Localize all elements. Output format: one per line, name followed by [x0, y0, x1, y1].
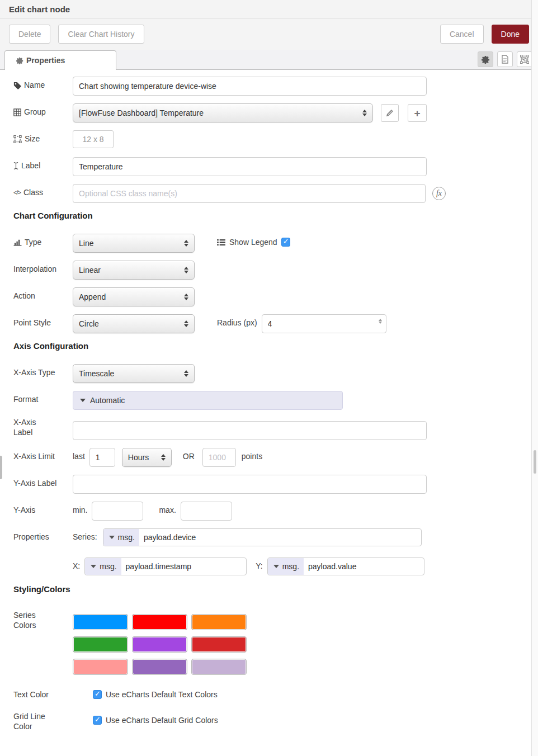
color-swatch-7[interactable]	[73, 659, 128, 675]
x-axis-limit-points-input[interactable]	[202, 448, 236, 467]
color-swatch-5[interactable]	[132, 636, 187, 653]
select-arrows-icon	[184, 240, 188, 247]
class-input[interactable]	[73, 184, 426, 203]
properties-tab-button[interactable]	[478, 51, 493, 67]
points-word: points	[242, 448, 262, 461]
table-icon	[13, 108, 21, 116]
y-axis-min-input[interactable]	[92, 502, 143, 521]
cancel-button[interactable]: Cancel	[440, 25, 484, 44]
xy-property-row: X: msg. payload.timestamp Y: msg. payloa…	[13, 557, 525, 577]
done-button[interactable]: Done	[492, 25, 529, 44]
color-swatch-9[interactable]	[191, 659, 247, 675]
vertical-scrollbar-track[interactable]	[531, 0, 538, 756]
styling-colors-heading: Styling/Colors	[13, 584, 525, 594]
color-swatch-4[interactable]	[73, 636, 128, 653]
action-select[interactable]: Append	[73, 287, 195, 306]
chart-configuration-heading: Chart Configuration	[13, 211, 525, 220]
tray-buttons	[478, 51, 532, 67]
clear-chart-history-button[interactable]: Clear Chart History	[58, 25, 144, 44]
spinner-icon[interactable]	[379, 319, 382, 324]
select-arrows-icon	[184, 320, 188, 327]
group-select[interactable]: [FlowFuse Dashboard] Temperature	[73, 103, 373, 122]
pencil-icon	[386, 109, 394, 117]
last-word: last	[73, 448, 85, 461]
x-axis-label-label: X-Axis Label	[13, 418, 73, 437]
y-axis-label-input[interactable]	[73, 475, 427, 494]
color-swatch-6[interactable]	[191, 636, 247, 653]
format-row: Format Automatic	[13, 391, 525, 410]
tab-properties[interactable]: Properties	[4, 50, 116, 70]
name-row: Name	[13, 77, 525, 96]
y-axis-label-label: Y-Axis Label	[13, 475, 73, 489]
x-axis-label-input[interactable]	[73, 421, 427, 440]
or-word: OR	[183, 448, 195, 461]
size-button[interactable]: 12 x 8	[73, 130, 114, 148]
x-typed-input[interactable]: msg. payload.timestamp	[84, 557, 247, 575]
select-arrows-icon	[362, 110, 367, 116]
radius-input[interactable]	[262, 314, 386, 333]
grid-color-row: Grid Line Color Use eCharts Default Grid…	[13, 711, 525, 731]
left-scrollbar-thumb[interactable]	[0, 456, 2, 479]
grid-color-label: Grid Line Color	[13, 711, 93, 731]
description-tab-button[interactable]	[497, 51, 513, 67]
text-color-checkbox-label: Use eCharts Default Text Colors	[106, 690, 218, 699]
x-axis-limit-count-input[interactable]	[89, 448, 115, 467]
series-typed-input[interactable]: msg. payload.device	[103, 528, 422, 546]
grid-color-checkbox[interactable]	[93, 716, 102, 725]
gear-icon	[16, 57, 23, 64]
size-label: Size	[13, 130, 73, 144]
format-select[interactable]: Automatic	[73, 391, 343, 410]
x-property-label: X:	[73, 557, 80, 570]
appearance-tab-button[interactable]	[517, 51, 532, 67]
grid-color-checkbox-label: Use eCharts Default Grid Colors	[106, 716, 218, 725]
interpolation-row: Interpolation Linear	[13, 261, 525, 280]
typed-input-type-chip[interactable]: msg.	[103, 529, 139, 546]
color-swatch-1[interactable]	[73, 614, 128, 630]
add-group-button[interactable]: +	[408, 104, 427, 122]
text-color-checkbox[interactable]	[93, 690, 102, 699]
name-label: Name	[13, 77, 73, 91]
dialog-header: Edit chart node	[0, 0, 538, 18]
label-input[interactable]	[73, 157, 427, 176]
format-label: Format	[13, 391, 73, 405]
series-colors-label: Series Colors	[13, 607, 73, 630]
caret-down-icon	[109, 536, 115, 539]
series-colors-grid	[73, 614, 247, 675]
group-label: Group	[13, 103, 73, 117]
interpolation-select[interactable]: Linear	[73, 261, 195, 280]
tag-icon	[13, 82, 21, 89]
show-legend-checkbox[interactable]	[281, 238, 290, 247]
fx-icon: fx	[432, 187, 446, 200]
delete-button[interactable]: Delete	[9, 25, 50, 44]
x-value: payload.timestamp	[121, 562, 196, 571]
y-value: payload.value	[304, 562, 361, 571]
list-icon	[217, 239, 225, 246]
typed-input-type-chip[interactable]: msg.	[268, 558, 304, 575]
x-axis-limit-unit-select[interactable]: Hours	[122, 448, 172, 467]
caret-down-icon	[80, 399, 86, 402]
max-label: max.	[159, 502, 176, 514]
select-arrows-icon	[161, 454, 166, 461]
x-axis-type-select[interactable]: Timescale	[73, 364, 195, 383]
dialog-title: Edit chart node	[9, 4, 70, 14]
type-select[interactable]: Line	[73, 234, 195, 253]
series-label: Series:	[73, 528, 97, 541]
x-axis-limit-row: X-Axis Limit last Hours OR points	[13, 448, 525, 467]
y-axis-max-input[interactable]	[181, 502, 232, 521]
tab-properties-label: Properties	[26, 56, 65, 65]
typed-input-type-chip[interactable]: msg.	[85, 558, 121, 575]
action-label: Action	[13, 287, 73, 301]
y-axis-row: Y-Axis min. max.	[13, 502, 525, 521]
color-swatch-3[interactable]	[191, 614, 247, 630]
edit-group-button[interactable]	[381, 104, 399, 122]
name-input[interactable]	[73, 77, 427, 96]
x-axis-type-row: X-Axis Type Timescale	[13, 364, 525, 383]
y-typed-input[interactable]: msg. payload.value	[267, 557, 424, 575]
group-row: Group [FlowFuse Dashboard] Temperature +	[13, 103, 525, 122]
i-cursor-icon	[13, 162, 18, 170]
color-swatch-2[interactable]	[132, 614, 187, 630]
caret-down-icon	[273, 565, 279, 568]
point-style-select[interactable]: Circle	[73, 314, 195, 333]
color-swatch-8[interactable]	[132, 659, 187, 675]
vertical-scrollbar-thumb[interactable]	[534, 450, 536, 474]
